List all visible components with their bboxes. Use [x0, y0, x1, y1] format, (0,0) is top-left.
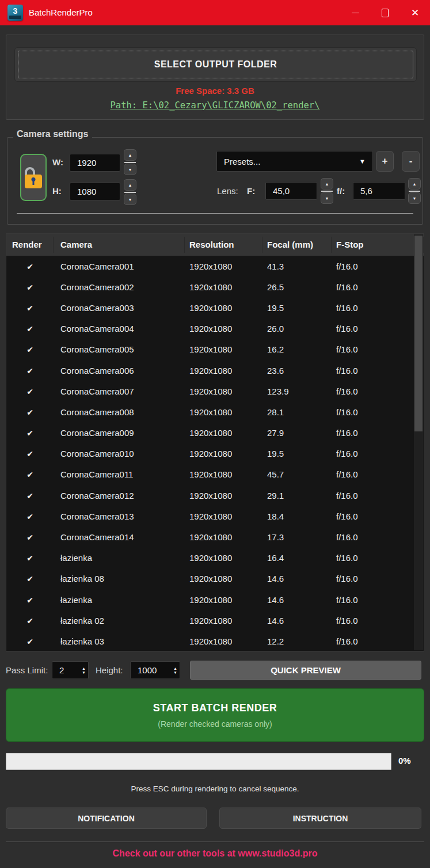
camera-settings-title: Camera settings — [13, 129, 92, 139]
row-render-checkbox[interactable]: ✔ — [6, 491, 54, 501]
table-row[interactable]: ✔ CoronaCamera014 1920x1080 17.3 f/16.0 — [6, 526, 414, 547]
table-row[interactable]: ✔ CoronaCamera011 1920x1080 45.7 f/16.0 — [6, 464, 414, 485]
table-row[interactable]: ✔ łazienka 08 1920x1080 14.6 f/16.0 — [6, 568, 414, 589]
minimize-button[interactable] — [340, 0, 370, 25]
notification-button[interactable]: NOTIFICATION — [6, 808, 207, 829]
row-render-checkbox[interactable]: ✔ — [6, 428, 54, 438]
aspect-lock-button[interactable] — [20, 154, 47, 201]
table-row[interactable]: ✔ łazienka 1920x1080 16.4 f/16.0 — [6, 548, 414, 568]
table-row[interactable]: ✔ CoronaCamera012 1920x1080 29.1 f/16.0 — [6, 485, 414, 506]
table-row[interactable]: ✔ CoronaCamera008 1920x1080 28.1 f/16.0 — [6, 401, 414, 422]
width-field[interactable] — [70, 154, 120, 172]
table-row[interactable]: ✔ CoronaCamera006 1920x1080 23.6 f/16.0 — [6, 360, 414, 381]
table-row[interactable]: ✔ CoronaCamera013 1920x1080 18.4 f/16.0 — [6, 506, 414, 526]
scrollbar-track[interactable] — [414, 234, 423, 650]
close-button[interactable]: ✕ — [400, 0, 430, 25]
row-focal: 41.3 — [262, 261, 332, 271]
quick-preview-button[interactable]: QUICK PREVIEW — [190, 661, 421, 680]
start-button-label: START BATCH RENDER — [153, 702, 277, 714]
row-render-checkbox[interactable]: ✔ — [6, 511, 54, 521]
check-icon: ✔ — [26, 324, 33, 333]
row-resolution: 1920x1080 — [185, 532, 262, 542]
height-field[interactable] — [70, 183, 120, 200]
height-up-button[interactable]: ▲ — [124, 179, 136, 191]
aperture-up-button[interactable]: ▲ — [408, 178, 421, 189]
output-path-link[interactable]: Path: E:\02_Cezary\GLICZAROW\02_render\ — [6, 100, 424, 111]
row-fstop: f/16.0 — [332, 366, 414, 376]
start-batch-render-button[interactable]: START BATCH RENDER (Render checked camer… — [6, 688, 424, 742]
focal-down-button[interactable]: ▼ — [321, 192, 333, 204]
add-preset-button[interactable]: + — [376, 151, 394, 172]
header-camera[interactable]: Camera — [54, 237, 185, 253]
aperture-field[interactable] — [353, 182, 405, 200]
row-resolution: 1920x1080 — [185, 282, 262, 292]
row-render-checkbox[interactable]: ✔ — [6, 553, 54, 563]
table-row[interactable]: ✔ CoronaCamera001 1920x1080 41.3 f/16.0 — [6, 256, 414, 276]
table-row[interactable]: ✔ łazienka 02 1920x1080 14.6 f/16.0 — [6, 610, 414, 631]
titlebar[interactable]: 3 BatchRenderPro ✕ — [0, 0, 430, 25]
row-resolution: 1920x1080 — [185, 261, 262, 271]
row-render-checkbox[interactable]: ✔ — [6, 261, 54, 271]
row-render-checkbox[interactable]: ✔ — [6, 407, 54, 417]
promo-link[interactable]: Check out our other tools at www.studio3… — [0, 848, 430, 859]
pass-limit-spinbox[interactable]: ▲ ▼ — [52, 661, 89, 679]
remove-preset-button[interactable]: - — [402, 151, 420, 172]
header-resolution[interactable]: Resolution — [185, 237, 262, 253]
table-body: ✔ CoronaCamera001 1920x1080 41.3 f/16.0 … — [6, 256, 414, 651]
row-render-checkbox[interactable]: ✔ — [6, 303, 54, 313]
table-row[interactable]: ✔ CoronaCamera007 1920x1080 123.9 f/16.0 — [6, 381, 414, 401]
height-spinner: ▲ ▼ — [124, 179, 136, 205]
width-down-button[interactable]: ▼ — [124, 164, 136, 175]
arrow-down-icon: ▼ — [128, 198, 132, 202]
row-render-checkbox[interactable]: ✔ — [6, 344, 54, 354]
pass-limit-arrows[interactable]: ▲ ▼ — [82, 666, 86, 674]
row-fstop: f/16.0 — [332, 344, 414, 354]
row-camera-name: łazienka — [54, 553, 185, 563]
row-render-checkbox[interactable]: ✔ — [6, 386, 54, 396]
width-up-button[interactable]: ▲ — [124, 149, 136, 161]
focal-field[interactable] — [265, 182, 317, 200]
row-render-checkbox[interactable]: ✔ — [6, 616, 54, 626]
row-render-checkbox[interactable]: ✔ — [6, 449, 54, 458]
row-focal: 16.2 — [262, 344, 332, 354]
presets-dropdown[interactable]: Presets... ▼ — [216, 151, 373, 172]
maximize-button[interactable] — [370, 0, 400, 25]
row-render-checkbox[interactable]: ✔ — [6, 574, 54, 583]
instruction-button[interactable]: INSTRUCTION — [219, 808, 421, 829]
table-row[interactable]: ✔ CoronaCamera010 1920x1080 19.5 f/16.0 — [6, 444, 414, 464]
row-render-checkbox[interactable]: ✔ — [6, 595, 54, 605]
table-row[interactable]: ✔ łazienka 1920x1080 14.6 f/16.0 — [6, 589, 414, 610]
camera-table: Render Camera Resolution Focal (mm) F-St… — [6, 233, 424, 651]
arrow-up-icon: ▲ — [128, 153, 132, 157]
select-output-folder-button[interactable]: SELECT OUTPUT FOLDER — [14, 47, 417, 82]
row-camera-name: CoronaCamera007 — [54, 386, 185, 396]
row-render-checkbox[interactable]: ✔ — [6, 366, 54, 376]
aperture-down-button[interactable]: ▼ — [408, 192, 421, 204]
spinner-divider — [124, 192, 136, 193]
header-focal[interactable]: Focal (mm) — [262, 237, 332, 253]
table-row[interactable]: ✔ CoronaCamera009 1920x1080 27.9 f/16.0 — [6, 423, 414, 444]
table-row[interactable]: ✔ CoronaCamera004 1920x1080 26.0 f/16.0 — [6, 319, 414, 339]
row-render-checkbox[interactable]: ✔ — [6, 282, 54, 292]
table-row[interactable]: ✔ CoronaCamera003 1920x1080 19.5 f/16.0 — [6, 297, 414, 318]
preview-height-spinbox[interactable]: ▲ ▼ — [130, 661, 180, 679]
app-icon-label: 3 — [13, 6, 18, 16]
table-row[interactable]: ✔ CoronaCamera005 1920x1080 16.2 f/16.0 — [6, 339, 414, 360]
table-row[interactable]: ✔ CoronaCamera002 1920x1080 26.5 f/16.0 — [6, 276, 414, 297]
header-fstop[interactable]: F-Stop — [332, 237, 424, 253]
row-render-checkbox[interactable]: ✔ — [6, 324, 54, 333]
header-render[interactable]: Render — [6, 237, 54, 253]
row-render-checkbox[interactable]: ✔ — [6, 532, 54, 542]
check-icon: ✔ — [26, 262, 33, 271]
row-fstop: f/16.0 — [332, 386, 414, 396]
height-down-button[interactable]: ▼ — [124, 194, 136, 205]
table-row[interactable]: ✔ łazienka 03 1920x1080 12.2 f/16.0 — [6, 631, 414, 651]
focal-label: F: — [247, 186, 255, 196]
preview-height-arrows[interactable]: ▲ ▼ — [173, 666, 177, 674]
focal-up-button[interactable]: ▲ — [321, 178, 333, 189]
row-render-checkbox[interactable]: ✔ — [6, 469, 54, 479]
scrollbar-thumb[interactable] — [414, 236, 423, 431]
preview-height-field[interactable] — [130, 661, 180, 679]
row-render-checkbox[interactable]: ✔ — [6, 636, 54, 646]
row-focal: 14.6 — [262, 574, 332, 583]
